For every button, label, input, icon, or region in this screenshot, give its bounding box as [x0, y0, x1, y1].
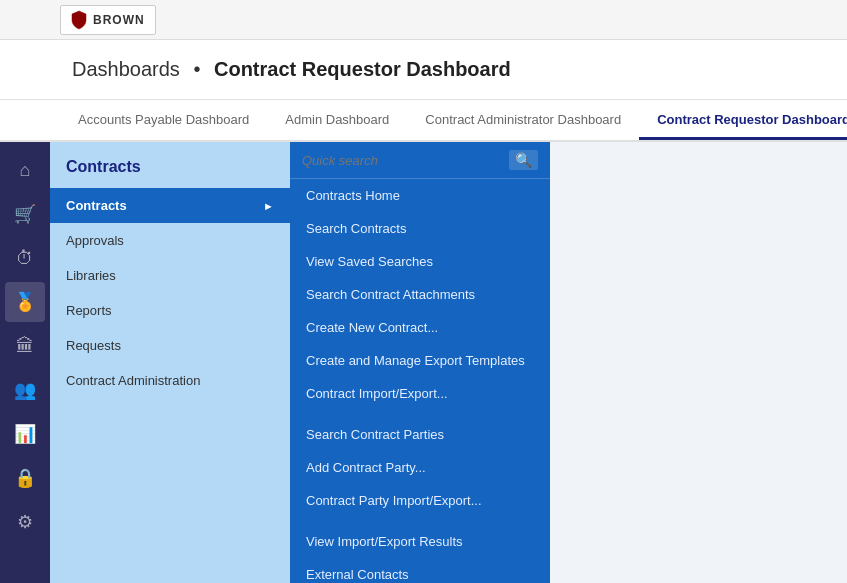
dropdown-contract-import-export[interactable]: Contract Import/Export...	[290, 377, 550, 410]
breadcrumb: Dashboards • Contract Requestor Dashboar…	[72, 58, 511, 81]
header-bar: Dashboards • Contract Requestor Dashboar…	[0, 40, 847, 100]
nav-lock[interactable]: 🔒	[5, 458, 45, 498]
tab-contract-requestor[interactable]: Contract Requestor Dashboard	[639, 102, 847, 140]
top-logo-bar: BROWN	[0, 0, 847, 40]
tab-admin[interactable]: Admin Dashboard	[267, 102, 407, 140]
nav-people[interactable]: 👥	[5, 370, 45, 410]
nav-cart[interactable]: 🛒	[5, 194, 45, 234]
nav-settings[interactable]: ⚙	[5, 502, 45, 542]
tab-contract-administrator[interactable]: Contract Administrator Dashboard	[407, 102, 639, 140]
brown-logo-icon	[71, 10, 87, 30]
tab-accounts-payable[interactable]: Accounts Payable Dashboard	[60, 102, 267, 140]
dropdown-party-import-export[interactable]: Contract Party Import/Export...	[290, 484, 550, 517]
contracts-panel-title: Contracts	[50, 158, 290, 188]
contracts-menu-administration[interactable]: Contract Administration	[50, 363, 290, 398]
dropdown-create-new-contract[interactable]: Create New Contract...	[290, 311, 550, 344]
search-button[interactable]: 🔍	[509, 150, 538, 170]
nav-building[interactable]: 🏛	[5, 326, 45, 366]
quick-search-input[interactable]	[302, 153, 509, 168]
dropdown-external-contacts[interactable]: External Contacts	[290, 558, 550, 583]
breadcrumb-prefix: Dashboards	[72, 58, 180, 80]
dropdown-view-import-export-results[interactable]: View Import/Export Results	[290, 525, 550, 558]
dropdown-view-saved-searches[interactable]: View Saved Searches	[290, 245, 550, 278]
logo-box: BROWN	[60, 5, 156, 35]
quick-search-bar: 🔍	[290, 142, 550, 179]
dropdown-search-contracts[interactable]: Search Contracts	[290, 212, 550, 245]
nav-award[interactable]: 🏅	[5, 282, 45, 322]
dropdown-search-parties[interactable]: Search Contract Parties	[290, 418, 550, 451]
contracts-panel: Contracts Contracts ► Approvals Librarie…	[50, 142, 290, 583]
dropdown-search-attachments[interactable]: Search Contract Attachments	[290, 278, 550, 311]
nav-chart[interactable]: 📊	[5, 414, 45, 454]
breadcrumb-separator: •	[193, 58, 200, 80]
breadcrumb-current: Contract Requestor Dashboard	[214, 58, 511, 80]
dropdown-contracts-home[interactable]: Contracts Home	[290, 179, 550, 212]
chevron-right-icon: ►	[263, 200, 274, 212]
contracts-menu-requests[interactable]: Requests	[50, 328, 290, 363]
dropdown-panel: 🔍 Contracts Home Search Contracts View S…	[290, 142, 550, 583]
logo-text: BROWN	[93, 13, 145, 27]
contracts-menu-approvals[interactable]: Approvals	[50, 223, 290, 258]
contracts-menu-reports[interactable]: Reports	[50, 293, 290, 328]
contracts-menu-libraries[interactable]: Libraries	[50, 258, 290, 293]
tab-bar: Accounts Payable Dashboard Admin Dashboa…	[0, 100, 847, 142]
nav-home[interactable]: ⌂	[5, 150, 45, 190]
content-area	[550, 142, 847, 583]
left-nav: ⌂ 🛒 ⏱ 🏅 🏛 👥 📊 🔒 ⚙	[0, 142, 50, 583]
contracts-menu-contracts[interactable]: Contracts ►	[50, 188, 290, 223]
nav-clock[interactable]: ⏱	[5, 238, 45, 278]
dropdown-add-party[interactable]: Add Contract Party...	[290, 451, 550, 484]
main-layout: ⌂ 🛒 ⏱ 🏅 🏛 👥 📊 🔒 ⚙ Contracts Contracts ► …	[0, 142, 847, 583]
dropdown-create-manage-export[interactable]: Create and Manage Export Templates	[290, 344, 550, 377]
